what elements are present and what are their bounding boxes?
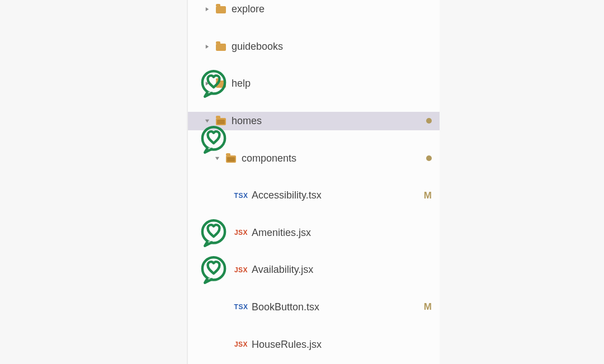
folder-icon (225, 153, 237, 164)
vcs-changed-dot (426, 115, 432, 126)
tree-row[interactable]: help (188, 74, 440, 93)
tree-item-label: Accessibility.tsx (252, 190, 322, 201)
svg-point-6 (202, 127, 225, 149)
tsx-file-icon: TSX (235, 190, 247, 201)
chevron-right-icon[interactable] (204, 6, 210, 13)
svg-marker-3 (205, 120, 209, 122)
folder-icon (215, 78, 227, 89)
tree-row[interactable]: JSXAmenities.jsx (188, 224, 440, 242)
jsx-file-icon: JSX (235, 264, 247, 276)
tree-item-label: BookButton.tsx (252, 301, 319, 313)
tree-row[interactable]: JSXAvailability.jsx (188, 261, 440, 279)
file-tree-panel: exploreguidebookshelphomescomponentsTSXA… (187, 0, 440, 364)
tree-item-label: explore (232, 3, 265, 15)
svg-marker-2 (205, 82, 208, 86)
folder-icon (215, 41, 227, 52)
tree-row[interactable]: JSXHouseRules.jsx (188, 335, 440, 353)
chevron-right-icon[interactable] (204, 43, 210, 50)
tree-item-label: HouseRules.jsx (252, 339, 322, 351)
tree-item-label: homes (232, 115, 262, 127)
chevron-right-icon[interactable] (204, 81, 210, 87)
tsx-file-icon: TSX (235, 301, 247, 313)
jsx-file-icon: JSX (235, 339, 247, 350)
tree-row[interactable]: guidebooks (188, 37, 440, 56)
svg-marker-1 (205, 45, 208, 49)
svg-marker-0 (205, 7, 208, 11)
vcs-modified-badge: M (424, 301, 432, 313)
tree-row[interactable]: components (188, 149, 440, 167)
chevron-down-icon[interactable] (204, 117, 210, 124)
tree-row[interactable]: explore (188, 0, 440, 18)
tree-item-label: guidebooks (232, 41, 283, 53)
chevron-down-icon[interactable] (214, 155, 220, 162)
tree-row[interactable]: TSXAccessibility.tsxM (188, 186, 440, 205)
vcs-changed-dot (426, 153, 432, 164)
jsx-file-icon: JSX (235, 227, 247, 238)
tree-item-label: help (232, 78, 251, 89)
tree-item-label: components (242, 153, 296, 164)
tree-item-label: Availability.jsx (252, 264, 313, 276)
svg-marker-4 (215, 157, 219, 159)
tree-row[interactable]: homes (188, 112, 440, 130)
folder-icon (215, 4, 227, 15)
tree-item-label: Amenities.jsx (252, 227, 311, 239)
vcs-modified-badge: M (424, 190, 432, 201)
tree-row[interactable]: TSXBookButton.tsxM (188, 298, 440, 316)
folder-icon (215, 115, 227, 126)
